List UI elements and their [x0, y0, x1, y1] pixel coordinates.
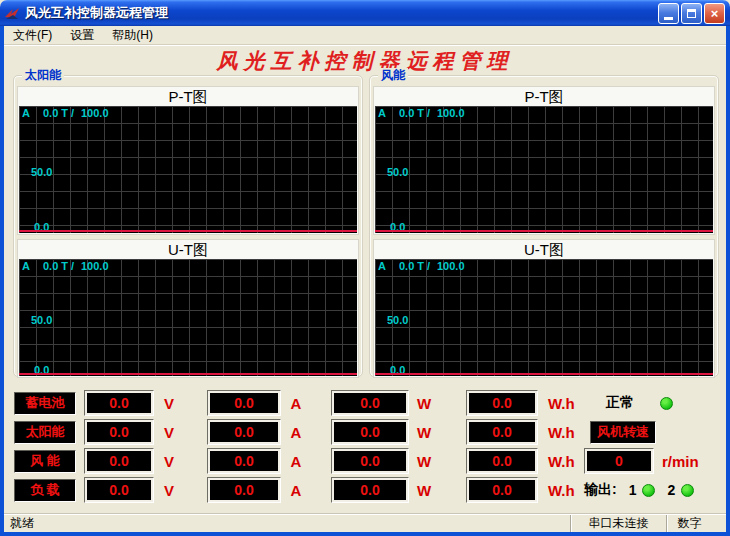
status-serial-connection: 串口未连接	[570, 515, 666, 532]
output-label: 输出:	[584, 481, 617, 499]
fan-speed-label: 风机转速	[590, 421, 656, 444]
menu-settings[interactable]: 设置	[61, 26, 103, 45]
zero-data-line	[375, 373, 713, 375]
axis-max-label: 100.0	[81, 107, 109, 119]
reading-row-battery: 蓄电池 0.0 V 0.0 A 0.0 W 0.0 W.h 正常	[14, 390, 718, 416]
axis-corner-label: A	[378, 260, 386, 272]
current-display: 0.0	[210, 480, 278, 500]
power-display: 0.0	[334, 480, 406, 500]
solar-pt-chart: A 0.0 T / 100.0 50.0 0.0	[19, 106, 357, 233]
minimize-icon	[664, 17, 673, 20]
maximize-icon	[687, 9, 696, 18]
unit-watthour: W.h	[538, 453, 584, 470]
maximize-button[interactable]	[681, 3, 702, 24]
reading-row-wind: 风 能 0.0 V 0.0 A 0.0 W 0.0 W.h 0 r/min	[14, 448, 718, 474]
unit-amp: A	[281, 424, 311, 441]
unit-watt: W	[409, 395, 439, 412]
unit-amp: A	[281, 453, 311, 470]
axis-corner-label: A	[22, 107, 30, 119]
energy-display: 0.0	[469, 393, 535, 413]
output-1-led	[642, 484, 655, 497]
axis-mid-label: 50.0	[387, 314, 408, 326]
axis-corner-label: A	[22, 260, 30, 272]
axis-scale-label: 0.0 T /	[399, 107, 430, 119]
normal-status-label: 正常	[606, 394, 634, 412]
readings-panel: 蓄电池 0.0 V 0.0 A 0.0 W 0.0 W.h 正常 太阳能	[14, 390, 718, 503]
unit-watthour: W.h	[538, 395, 584, 412]
reading-label: 风 能	[14, 450, 76, 473]
status-num-indicator: 数字	[666, 515, 712, 532]
solar-ut-block: U-T图 A 0.0 T / 100.0 50.0 0.0	[17, 239, 359, 378]
fan-speed-display: 0	[587, 451, 651, 471]
minimize-button[interactable]	[658, 3, 679, 24]
voltage-display: 0.0	[87, 422, 151, 442]
titlebar[interactable]: 风光互补控制器远程管理 ×	[0, 0, 730, 26]
zero-data-line	[375, 230, 713, 232]
wind-pt-title: P-T图	[375, 88, 713, 106]
output-2-led	[681, 484, 694, 497]
unit-volt: V	[154, 482, 184, 499]
reading-label: 蓄电池	[14, 392, 76, 415]
axis-mid-label: 50.0	[31, 166, 52, 178]
menubar: 文件(F) 设置 帮助(H)	[4, 26, 726, 45]
app-icon	[4, 6, 20, 21]
unit-rpm: r/min	[662, 453, 699, 470]
axis-scale-label: 0.0 T /	[43, 107, 74, 119]
unit-volt: V	[154, 453, 184, 470]
wind-ut-title: U-T图	[375, 241, 713, 259]
unit-watthour: W.h	[538, 482, 584, 499]
unit-volt: V	[154, 395, 184, 412]
client-area: 风光互补控制器远程管理 太阳能 P-T图 A 0.0 T / 100.0 50.…	[4, 45, 726, 514]
menu-file[interactable]: 文件(F)	[4, 26, 61, 45]
axis-mid-label: 50.0	[387, 166, 408, 178]
app-window: 风光互补控制器远程管理 × 文件(F) 设置 帮助(H) 风光互补控制器远程管理	[0, 0, 730, 536]
solar-pt-block: P-T图 A 0.0 T / 100.0 50.0 0.0	[17, 86, 359, 235]
axis-scale-label: 0.0 T /	[399, 260, 430, 272]
group-wind: 风能 P-T图 A 0.0 T / 100.0 50.0 0.0	[369, 75, 719, 377]
reading-label: 太阳能	[14, 421, 76, 444]
resize-grip[interactable]	[712, 515, 726, 532]
chart-groups: 太阳能 P-T图 A 0.0 T / 100.0 50.0 0.0	[13, 75, 719, 377]
close-icon: ×	[711, 7, 719, 20]
status-ready: 就绪	[4, 515, 570, 532]
power-display: 0.0	[334, 451, 406, 471]
solar-ut-chart: A 0.0 T / 100.0 50.0 0.0	[19, 259, 357, 376]
voltage-display: 0.0	[87, 480, 151, 500]
axis-scale-label: 0.0 T /	[43, 260, 74, 272]
close-button[interactable]: ×	[704, 3, 725, 24]
axis-corner-label: A	[378, 107, 386, 119]
group-solar-label: 太阳能	[22, 68, 64, 82]
unit-volt: V	[154, 424, 184, 441]
zero-data-line	[19, 230, 357, 232]
zero-data-line	[19, 373, 357, 375]
current-display: 0.0	[210, 422, 278, 442]
unit-watthour: W.h	[538, 424, 584, 441]
unit-watt: W	[409, 424, 439, 441]
reading-row-load: 负 载 0.0 V 0.0 A 0.0 W 0.0 W.h 输出: 1 2	[14, 477, 718, 503]
unit-amp: A	[281, 482, 311, 499]
wind-ut-chart: A 0.0 T / 100.0 50.0 0.0	[375, 259, 713, 376]
power-display: 0.0	[334, 422, 406, 442]
output-2-number: 2	[667, 482, 675, 498]
axis-max-label: 100.0	[81, 260, 109, 272]
unit-watt: W	[409, 482, 439, 499]
solar-ut-title: U-T图	[19, 241, 357, 259]
menu-help[interactable]: 帮助(H)	[103, 26, 162, 45]
axis-max-label: 100.0	[437, 107, 465, 119]
voltage-display: 0.0	[87, 393, 151, 413]
solar-pt-title: P-T图	[19, 88, 357, 106]
current-display: 0.0	[210, 393, 278, 413]
page-title: 风光互补控制器远程管理	[4, 47, 726, 74]
group-wind-label: 风能	[378, 68, 408, 82]
axis-max-label: 100.0	[437, 260, 465, 272]
unit-amp: A	[281, 395, 311, 412]
energy-display: 0.0	[469, 451, 535, 471]
group-solar: 太阳能 P-T图 A 0.0 T / 100.0 50.0 0.0	[13, 75, 363, 377]
window-controls: ×	[658, 3, 725, 24]
wind-pt-block: P-T图 A 0.0 T / 100.0 50.0 0.0	[373, 86, 715, 235]
window-frame: 文件(F) 设置 帮助(H) 风光互补控制器远程管理 太阳能 P-T图 A 0.…	[0, 26, 730, 536]
power-display: 0.0	[334, 393, 406, 413]
current-display: 0.0	[210, 451, 278, 471]
reading-row-solar: 太阳能 0.0 V 0.0 A 0.0 W 0.0 W.h 风机转速	[14, 419, 718, 445]
energy-display: 0.0	[469, 480, 535, 500]
